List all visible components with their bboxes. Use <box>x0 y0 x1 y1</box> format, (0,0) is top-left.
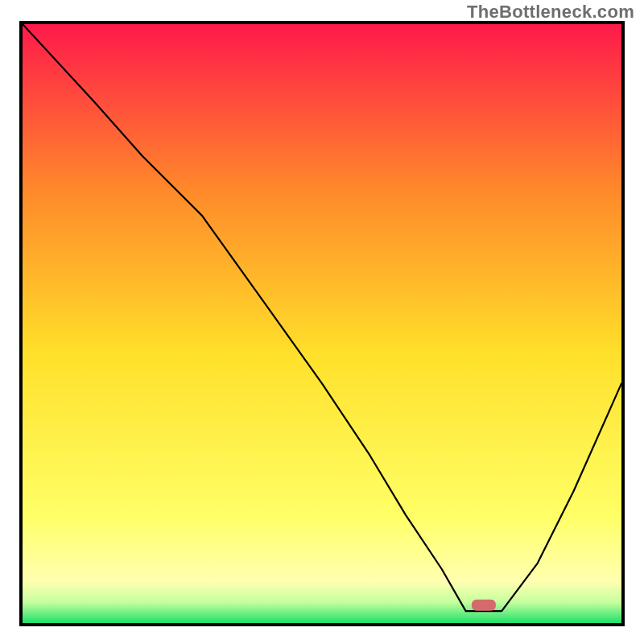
chart-container: TheBottleneck.com <box>0 0 644 644</box>
chart-svg <box>23 24 621 623</box>
watermark-text: TheBottleneck.com <box>467 2 634 23</box>
plot-area <box>19 21 625 626</box>
optimal-marker <box>472 600 496 611</box>
gradient-background <box>23 24 621 623</box>
